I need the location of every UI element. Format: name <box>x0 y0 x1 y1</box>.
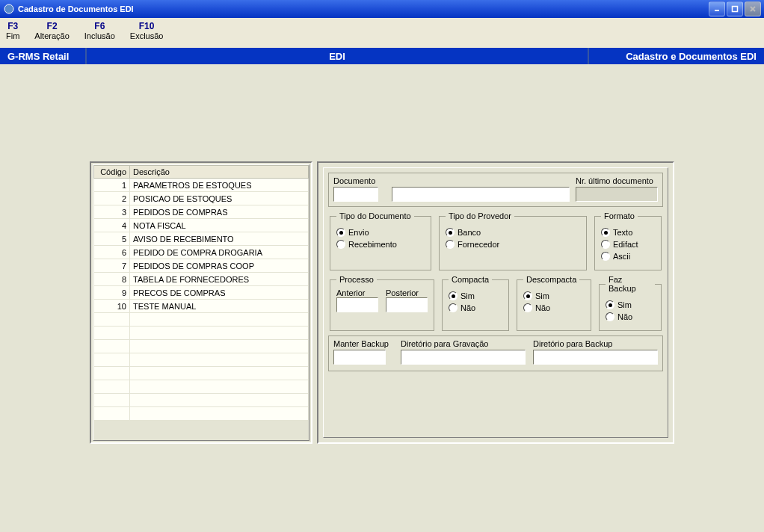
documento-row: Documento Nr. último documento <box>328 173 663 207</box>
close-button <box>745 1 761 16</box>
documento-label: Documento <box>333 176 386 185</box>
strip-center: EDI <box>87 48 588 64</box>
backup-dirs-row: Manter Backup Diretório para Gravação Di… <box>328 335 663 371</box>
dir-gravacao-input[interactable] <box>401 350 526 365</box>
col-codigo[interactable]: Código <box>94 166 130 179</box>
radio-envio-dot[interactable] <box>336 228 345 237</box>
window-title: Cadastro de Documentos EDI <box>18 4 709 13</box>
table-row[interactable]: 8TABELA DE FORNECEDORES <box>94 273 309 286</box>
strip-right: Cadastro e Documentos EDI <box>588 48 764 64</box>
radio-fornecedor[interactable]: Fornecedor <box>446 240 580 249</box>
minimize-button[interactable] <box>709 1 725 16</box>
table-row[interactable]: 4NOTA FISCAL <box>94 219 309 232</box>
radio-compacta-sim[interactable]: Sim <box>449 291 502 300</box>
tipo-documento-group: Tipo do Documento Envio Recebimento <box>330 211 431 270</box>
table-row[interactable] <box>94 407 309 421</box>
radio-ascii[interactable]: Ascii <box>601 252 655 261</box>
menu-inclusao[interactable]: F6 Inclusão <box>84 21 115 40</box>
menu-exclusao[interactable]: F10 Exclusão <box>130 21 164 40</box>
documents-table[interactable]: Código Descrição 1PARAMETROS DE ESTOQUES… <box>93 165 309 421</box>
documento-desc-input[interactable] <box>392 187 570 202</box>
nr-ultimo-label: Nr. último documento <box>576 176 658 185</box>
svg-point-0 <box>4 4 13 13</box>
app-icon <box>3 3 15 15</box>
radio-backup-sim[interactable]: Sim <box>606 300 655 309</box>
table-row[interactable]: 9PRECOS DE COMPRAS <box>94 286 309 300</box>
processo-posterior-input[interactable] <box>386 297 428 312</box>
header-strip: G-RMS Retail EDI Cadastro e Documentos E… <box>0 48 764 64</box>
col-descricao[interactable]: Descrição <box>130 166 309 179</box>
radio-recebimento[interactable]: Recebimento <box>336 240 425 249</box>
table-row[interactable]: 3PEDIDOS DE COMPRAS <box>94 205 309 219</box>
table-row[interactable] <box>94 367 309 380</box>
faz-backup-group: Faz Backup Sim Não <box>599 275 662 331</box>
radio-envio[interactable]: Envio <box>336 228 425 237</box>
formato-group: Formato Texto Edifact Ascii <box>594 211 662 270</box>
processo-group: Processo Anterior Posterior <box>330 275 434 331</box>
radio-descompacta-nao[interactable]: Não <box>523 303 585 312</box>
shortcut-menu: F3 Fim F2 Alteração F6 Inclusão F10 Excl… <box>0 18 764 48</box>
table-row[interactable] <box>94 313 309 327</box>
table-row[interactable]: 1PARAMETROS DE ESTOQUES <box>94 179 309 192</box>
menu-fim[interactable]: F3 Fim <box>6 21 19 40</box>
maximize-button[interactable] <box>727 1 743 16</box>
table-row[interactable] <box>94 327 309 340</box>
nr-ultimo-input <box>576 187 658 202</box>
table-row[interactable] <box>94 380 309 394</box>
table-row[interactable] <box>94 394 309 407</box>
radio-descompacta-sim[interactable]: Sim <box>523 291 585 300</box>
radio-compacta-nao[interactable]: Não <box>449 303 502 312</box>
tipo-provedor-group: Tipo do Provedor Banco Fornecedor <box>439 211 587 270</box>
document-form-panel: Documento Nr. último documento <box>317 161 674 444</box>
table-row[interactable] <box>94 353 309 367</box>
radio-banco[interactable]: Banco <box>446 228 580 237</box>
radio-edifact[interactable]: Edifact <box>601 240 655 249</box>
table-row[interactable]: 2POSICAO DE ESTOQUES <box>94 192 309 205</box>
window-titlebar: Cadastro de Documentos EDI <box>0 0 764 18</box>
strip-left: G-RMS Retail <box>0 48 87 64</box>
radio-recebimento-dot[interactable] <box>336 240 345 249</box>
documento-code-input[interactable] <box>333 187 378 202</box>
table-row[interactable]: 7PEDIDOS DE COMPRAS COOP <box>94 259 309 273</box>
radio-texto[interactable]: Texto <box>601 228 655 237</box>
table-row[interactable] <box>94 340 309 353</box>
radio-backup-nao[interactable]: Não <box>606 312 655 321</box>
table-row[interactable]: 5AVISO DE RECEBIMENTO <box>94 232 309 246</box>
documents-table-panel: Código Descrição 1PARAMETROS DE ESTOQUES… <box>90 161 312 444</box>
menu-alteracao[interactable]: F2 Alteração <box>34 21 69 40</box>
table-row[interactable]: 10TESTE MANUAL <box>94 300 309 313</box>
manter-backup-input[interactable] <box>333 350 386 365</box>
descompacta-group: Descompacta Sim Não <box>517 275 591 331</box>
table-row[interactable]: 6PEDIDO DE COMPRA DROGARIA <box>94 246 309 259</box>
dir-backup-input[interactable] <box>533 350 658 365</box>
svg-rect-2 <box>733 7 738 12</box>
processo-anterior-input[interactable] <box>336 297 378 312</box>
compacta-group: Compacta Sim Não <box>442 275 509 331</box>
